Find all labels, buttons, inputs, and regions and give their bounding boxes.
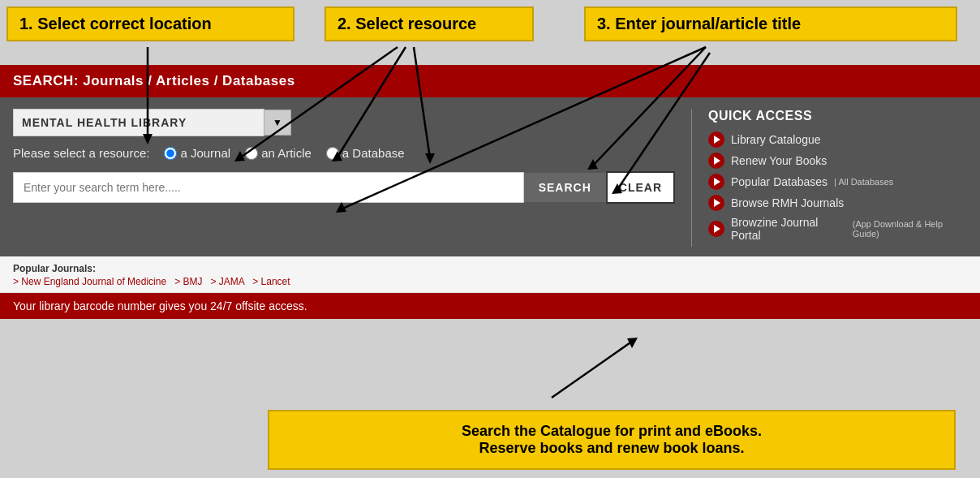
step3-annotation: 3. Enter journal/article title (584, 6, 957, 41)
search-header: SEARCH: Journals / Articles / Databases (0, 65, 980, 97)
clear-button[interactable]: CLEAR (606, 171, 675, 204)
resource-database-radio[interactable] (326, 147, 339, 160)
qa-extra-3: | All Databases (834, 177, 893, 187)
catalogue-line2: Reserve books and renew book loans. (286, 440, 938, 457)
qa-label-1: Library Catalogue (731, 133, 821, 146)
pj-link-nejm[interactable]: > New England Journal of Medicine (13, 276, 166, 287)
step2-annotation: 2. Select resource (325, 6, 534, 41)
resource-row: Please select a resource: a Journal an A… (13, 146, 675, 160)
qa-extra-5: (App Download & Help Guide) (853, 219, 967, 239)
resource-label: Please select a resource: (13, 146, 149, 160)
pj-link-lancet[interactable]: > Lancet (252, 276, 290, 287)
qa-play-icon-4 (708, 195, 724, 211)
location-select[interactable]: MENTAL HEALTH LIBRARY (13, 109, 264, 136)
bottom-red-bar: Your library barcode number gives you 24… (0, 293, 980, 319)
catalogue-line1: Search the Catalogue for print and eBook… (286, 423, 938, 440)
qa-play-icon-1 (708, 131, 724, 148)
resource-database-label[interactable]: a Database (326, 146, 405, 160)
resource-article-label[interactable]: an Article (245, 146, 312, 160)
qa-browzine[interactable]: Browzine Journal Portal (App Download & … (708, 216, 967, 242)
search-left: MENTAL HEALTH LIBRARY ▼ Please select a … (13, 109, 691, 247)
popular-journals-links: > New England Journal of Medicine > BMJ … (13, 276, 967, 287)
search-header-categories: Journals / Articles / Databases (83, 73, 294, 88)
location-dropdown-row: MENTAL HEALTH LIBRARY ▼ (13, 109, 675, 136)
qa-play-icon-5 (708, 221, 724, 237)
qa-label-3: Popular Databases (731, 175, 827, 188)
quick-access-title: QUICK ACCESS (708, 109, 967, 123)
search-header-label: SEARCH: (13, 73, 79, 88)
qa-label-4: Browse RMH Journals (731, 196, 844, 209)
qa-label-2: Renew Your Books (731, 154, 827, 167)
resource-journal-text: a Journal (180, 146, 230, 160)
qa-browse-rmh[interactable]: Browse RMH Journals (708, 195, 967, 211)
popular-journals: Popular Journals: > New England Journal … (0, 256, 980, 293)
search-input[interactable] (13, 172, 524, 203)
resource-journal-label[interactable]: a Journal (164, 146, 230, 160)
dropdown-arrow-icon[interactable]: ▼ (264, 110, 291, 136)
qa-label-5: Browzine Journal Portal (731, 216, 846, 242)
search-button[interactable]: SEARCH (524, 173, 606, 202)
pj-link-jama[interactable]: > JAMA (211, 276, 245, 287)
search-panel: MENTAL HEALTH LIBRARY ▼ Please select a … (0, 97, 980, 256)
popular-journals-label: Popular Journals: (13, 263, 967, 274)
catalogue-box: Search the Catalogue for print and eBook… (268, 410, 956, 470)
search-input-row: SEARCH CLEAR (13, 171, 675, 204)
resource-journal-radio[interactable] (164, 147, 177, 160)
pj-link-bmj[interactable]: > BMJ (174, 276, 202, 287)
resource-database-text: a Database (342, 146, 405, 160)
resource-article-text: an Article (261, 146, 312, 160)
resource-article-radio[interactable] (245, 147, 258, 160)
step1-annotation: 1. Select correct location (6, 6, 294, 41)
qa-popular-databases[interactable]: Popular Databases | All Databases (708, 174, 967, 190)
qa-library-catalogue[interactable]: Library Catalogue (708, 131, 967, 148)
qa-renew-books[interactable]: Renew Your Books (708, 153, 967, 169)
qa-play-icon-3 (708, 174, 724, 190)
qa-play-icon-2 (708, 153, 724, 169)
quick-access-panel: QUICK ACCESS Library Catalogue Renew You… (691, 109, 967, 247)
